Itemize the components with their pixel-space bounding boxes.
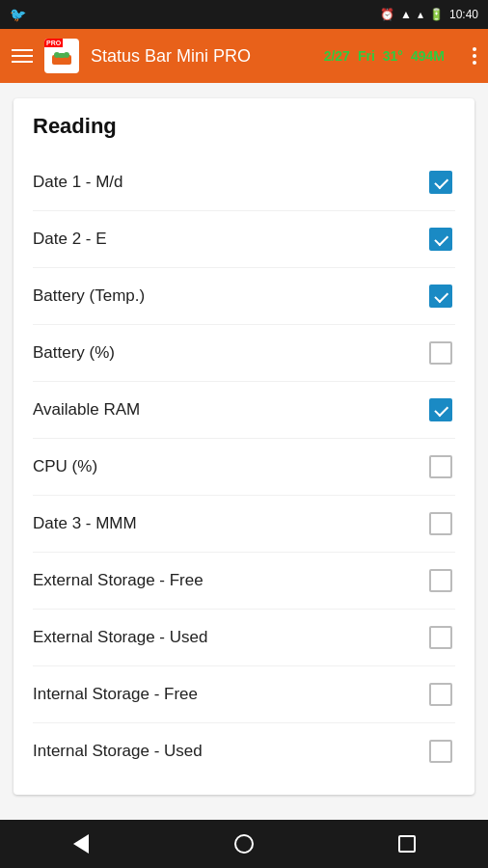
- menu-button[interactable]: [12, 49, 33, 63]
- checkbox-batteryPct[interactable]: [426, 339, 455, 367]
- checkbox-date2[interactable]: [426, 225, 455, 254]
- checkbox-internalUsed[interactable]: [426, 737, 455, 766]
- wifi-icon: ▲: [400, 8, 412, 21]
- pro-badge: PRO: [44, 39, 63, 47]
- status-bar-left: 🐦: [10, 7, 26, 22]
- item-label-externalFree: External Storage - Free: [33, 571, 203, 590]
- list-item: CPU (%): [33, 439, 455, 496]
- item-label-date1: Date 1 - M/d: [33, 173, 123, 192]
- android-icon: 🐦: [10, 7, 26, 22]
- checkbox-box-batteryTemp: [429, 285, 452, 308]
- reading-card: Reading Date 1 - M/dDate 2 - EBattery (T…: [14, 98, 474, 795]
- items-list: Date 1 - M/dDate 2 - EBattery (Temp.)Bat…: [33, 154, 455, 779]
- checkbox-box-date1: [429, 171, 452, 194]
- home-icon: [234, 834, 254, 854]
- item-label-cpuPct: CPU (%): [33, 457, 97, 476]
- list-item: Internal Storage - Used: [33, 723, 455, 779]
- list-item: Battery (%): [33, 325, 455, 382]
- item-label-date2: Date 2 - E: [33, 230, 107, 249]
- checkbox-box-externalFree: [429, 569, 452, 592]
- status-bar: 🐦 ⏰ ▲ ▴ 🔋 10:40: [0, 0, 488, 29]
- checkbox-availableRam[interactable]: [426, 395, 455, 424]
- item-label-batteryTemp: Battery (Temp.): [33, 286, 145, 306]
- overflow-menu-button[interactable]: [473, 47, 476, 65]
- item-label-date3: Date 3 - MMM: [33, 514, 137, 533]
- checkbox-date3[interactable]: [426, 509, 455, 538]
- battery-icon: 🔋: [429, 8, 444, 21]
- app-logo: PRO: [44, 39, 79, 73]
- home-button[interactable]: [225, 825, 263, 863]
- checkbox-box-internalFree: [429, 683, 452, 706]
- list-item: Internal Storage - Free: [33, 666, 455, 723]
- list-item: Available RAM: [33, 382, 455, 439]
- list-item: External Storage - Free: [33, 553, 455, 610]
- alarm-icon: ⏰: [380, 8, 394, 21]
- item-label-availableRam: Available RAM: [33, 400, 140, 420]
- checkbox-box-externalUsed: [429, 626, 452, 649]
- checkbox-box-batteryPct: [429, 341, 452, 365]
- item-label-internalFree: Internal Storage - Free: [33, 685, 198, 704]
- checkbox-batteryTemp[interactable]: [426, 282, 455, 311]
- main-content: Reading Date 1 - M/dDate 2 - EBattery (T…: [0, 83, 488, 820]
- item-label-batteryPct: Battery (%): [33, 343, 115, 363]
- section-title: Reading: [33, 114, 455, 139]
- checkbox-box-date2: [429, 228, 452, 251]
- app-logo-icon: [51, 45, 72, 67]
- item-label-externalUsed: External Storage - Used: [33, 628, 207, 647]
- checkbox-box-cpuPct: [429, 455, 452, 478]
- checkbox-internalFree[interactable]: [426, 680, 455, 709]
- back-button[interactable]: [62, 825, 100, 863]
- bottom-nav: [0, 820, 488, 868]
- checkbox-box-availableRam: [429, 398, 452, 421]
- recents-button[interactable]: [388, 825, 426, 863]
- signal-icon: ▴: [418, 8, 423, 21]
- checkbox-cpuPct[interactable]: [426, 452, 455, 481]
- recents-icon: [398, 835, 416, 853]
- item-label-internalUsed: Internal Storage - Used: [33, 742, 203, 761]
- status-time: 10:40: [449, 8, 478, 21]
- toolbar: PRO Status Bar Mini PRO: [0, 29, 488, 83]
- checkbox-box-internalUsed: [429, 740, 452, 763]
- checkbox-box-date3: [429, 512, 452, 535]
- checkbox-externalUsed[interactable]: [426, 623, 455, 652]
- app-title: Status Bar Mini PRO: [91, 46, 461, 67]
- checkbox-externalFree[interactable]: [426, 566, 455, 595]
- list-item: Date 3 - MMM: [33, 496, 455, 553]
- back-icon: [73, 834, 89, 854]
- list-item: Date 1 - M/d: [33, 154, 455, 211]
- list-item: Date 2 - E: [33, 211, 455, 268]
- svg-rect-3: [59, 53, 65, 58]
- status-bar-right: ⏰ ▲ ▴ 🔋 10:40: [380, 8, 478, 21]
- checkbox-date1[interactable]: [426, 168, 455, 197]
- list-item: External Storage - Used: [33, 610, 455, 666]
- list-item: Battery (Temp.): [33, 268, 455, 325]
